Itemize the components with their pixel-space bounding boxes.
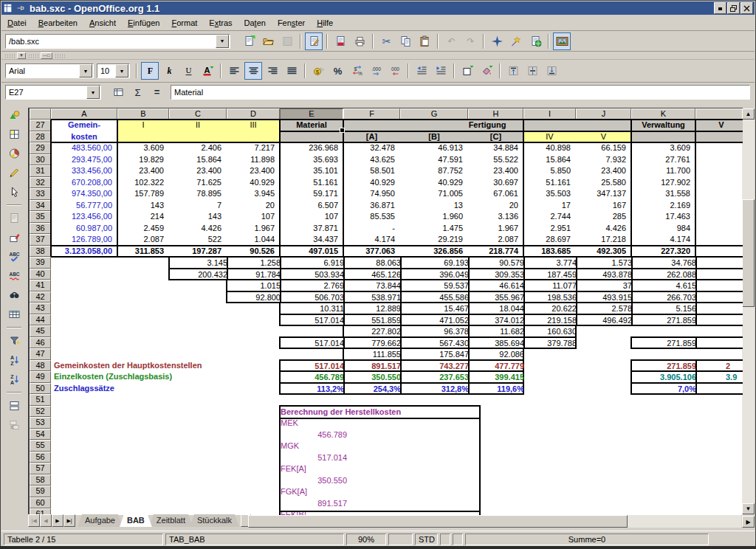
cell-K36[interactable]: 984 xyxy=(631,223,695,235)
row-header-37[interactable]: 37 xyxy=(30,234,51,246)
cell-C29[interactable]: 2.406 xyxy=(169,142,227,154)
row-header-51[interactable]: 51 xyxy=(30,394,51,406)
cell-L48[interactable]: 2 xyxy=(696,361,743,371)
cell-G46[interactable]: 567.430 xyxy=(401,338,474,348)
cell-K44[interactable]: 271.859 xyxy=(632,315,701,325)
row-header-55[interactable]: 55 xyxy=(30,440,51,452)
cell-J38[interactable]: 492.305 xyxy=(576,246,631,258)
cell-H33[interactable]: 67.061 xyxy=(468,188,523,200)
font-name-combobox[interactable]: Arial ▼ xyxy=(5,63,94,78)
row-header-48[interactable]: 48 xyxy=(30,360,51,372)
cell-K33[interactable]: 31.558 xyxy=(631,188,695,200)
previous-sheet-button[interactable]: ◀ xyxy=(40,514,52,527)
cell-J32[interactable]: 25.580 xyxy=(576,177,631,189)
scroll-right-button[interactable]: ▶ xyxy=(742,516,755,528)
form-controls-icon[interactable] xyxy=(5,183,23,201)
cell-A30[interactable]: 293.475,00 xyxy=(51,154,117,166)
cell-G48[interactable]: 743.277 xyxy=(401,361,474,371)
currency-icon[interactable]: $ xyxy=(309,62,327,80)
cell-L42[interactable] xyxy=(696,292,743,303)
row-header-58[interactable]: 58 xyxy=(30,474,51,486)
cell-G32[interactable]: 40.929 xyxy=(400,177,468,189)
cell-F31[interactable]: 58.501 xyxy=(343,165,400,177)
toolbar-grip[interactable] xyxy=(4,54,15,58)
cell-B38[interactable]: 311.853 xyxy=(117,246,169,258)
cell-I30[interactable]: 15.864 xyxy=(523,154,576,166)
cell-B37[interactable]: 2.087 xyxy=(117,234,169,246)
cell-E36[interactable]: 37.871 xyxy=(280,223,343,235)
gallery-icon[interactable] xyxy=(553,32,571,50)
cell-B29[interactable]: 3.609 xyxy=(117,142,169,154)
cell-H44[interactable]: 374.012 xyxy=(469,315,529,325)
cell-E31[interactable]: 35.101 xyxy=(280,165,343,177)
sheet-tab-bab[interactable]: BAB xyxy=(120,514,152,527)
last-sheet-button[interactable]: ▶| xyxy=(63,514,75,527)
open-folder-icon[interactable] xyxy=(259,32,277,50)
cell-B28[interactable] xyxy=(117,131,280,143)
cell-K39[interactable]: 34.768 xyxy=(632,258,701,268)
cell-K29[interactable]: 3.609 xyxy=(631,142,695,154)
column-header-H[interactable]: H xyxy=(468,108,523,120)
cell-K34[interactable]: 2.169 xyxy=(631,200,695,212)
cell-I46[interactable]: 379.788 xyxy=(524,338,582,348)
cell-E34[interactable]: 6.507 xyxy=(280,200,343,212)
cell-G41[interactable]: 59.537 xyxy=(401,280,474,291)
cell-D32[interactable]: 40.929 xyxy=(227,177,280,189)
cell-E33[interactable]: 59.171 xyxy=(280,188,343,200)
draw-functions-icon[interactable] xyxy=(5,164,23,182)
add-decimal-icon[interactable]: .000 xyxy=(367,62,385,80)
toolbar-grip[interactable] xyxy=(28,54,38,58)
sort-descending-icon[interactable]: ZA xyxy=(5,370,23,388)
cell-B33[interactable]: 157.789 xyxy=(117,188,169,200)
cell-L39[interactable] xyxy=(696,258,743,268)
row-header-27[interactable]: 27 xyxy=(30,120,51,131)
cell-K43[interactable]: 5.156 xyxy=(632,303,701,314)
cell-F39[interactable]: 88.063 xyxy=(344,258,406,268)
herstellkosten-box[interactable]: Berechnung der HerstellkostenMEK456.789M… xyxy=(279,405,481,516)
cell-F47[interactable]: 111.855 xyxy=(344,349,406,359)
cell-A32[interactable]: 670.208,00 xyxy=(51,177,117,189)
cell-H48[interactable]: 477.779 xyxy=(469,361,529,371)
row-header-29[interactable]: 29 xyxy=(30,142,51,154)
cell-L40[interactable] xyxy=(696,269,743,280)
function-wizard-icon[interactable] xyxy=(109,83,127,101)
column-header-E[interactable]: E xyxy=(280,108,343,120)
horizontal-scrollbar-track[interactable] xyxy=(628,515,741,528)
cell-D30[interactable]: 11.898 xyxy=(227,154,280,166)
align-left-icon[interactable] xyxy=(225,62,243,80)
cell-F38[interactable]: 377.063 xyxy=(343,246,400,258)
close-button[interactable] xyxy=(740,2,753,14)
row-header-50[interactable]: 50 xyxy=(30,383,51,395)
insert-cells-icon[interactable] xyxy=(5,125,23,143)
cell-I41[interactable]: 11.077 xyxy=(524,280,582,291)
table-box-row-50[interactable]: 7,0% xyxy=(630,382,743,396)
hyperlink-icon[interactable] xyxy=(526,32,544,50)
cell-G49[interactable]: 237.653 xyxy=(401,372,474,382)
sheet-tab-aufgabe[interactable]: Aufgabe xyxy=(78,514,123,527)
table-box-row-50[interactable]: 113,2%254,3%312,8%119,6% xyxy=(279,382,524,396)
cell-E32[interactable]: 51.161 xyxy=(280,177,343,189)
cell-J42[interactable]: 493.915 xyxy=(577,292,637,303)
cell-E41[interactable]: 2.769 xyxy=(281,280,349,291)
toolbar-grip[interactable] xyxy=(55,54,65,58)
cell-F46[interactable]: 779.662 xyxy=(344,338,406,348)
cell-G44[interactable]: 471.052 xyxy=(401,315,474,325)
cell-B35[interactable]: 214 xyxy=(117,211,169,223)
row-header-33[interactable]: 33 xyxy=(30,188,51,200)
menu-bearbeiten[interactable]: Bearbeiten xyxy=(32,17,83,29)
cell-K49[interactable]: 3.905.106 xyxy=(632,372,701,382)
cell-L28[interactable] xyxy=(695,131,743,143)
cell-I31[interactable]: 5.850 xyxy=(523,165,576,177)
vertical-scrollbar-track[interactable] xyxy=(742,120,755,503)
autoformat-icon[interactable] xyxy=(5,229,23,246)
menu-hilfe[interactable]: Hilfe xyxy=(311,17,339,29)
row-header-44[interactable]: 44 xyxy=(30,314,51,326)
cell-H40[interactable]: 309.353 xyxy=(469,269,529,280)
cut-icon[interactable]: ✂ xyxy=(377,32,395,50)
cell-A38[interactable]: 3.123.058,00 xyxy=(51,246,117,258)
cell-F40[interactable]: 465.126 xyxy=(344,269,406,280)
cell-F32[interactable]: 40.929 xyxy=(343,177,400,189)
cell-H46[interactable]: 385.694 xyxy=(469,338,529,348)
column-header-right[interactable] xyxy=(695,108,743,120)
cell-D40[interactable]: 91.784 xyxy=(227,269,286,280)
